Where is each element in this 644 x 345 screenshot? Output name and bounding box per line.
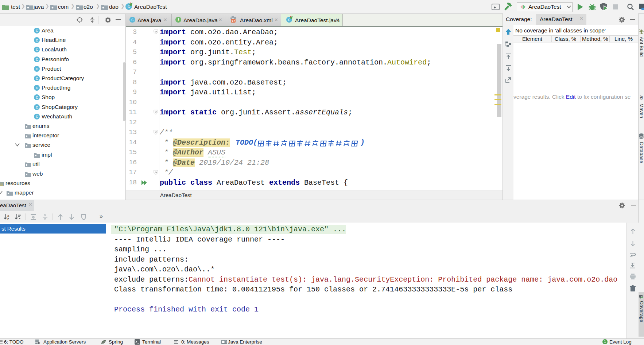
svg-text:z: z (7, 217, 9, 220)
